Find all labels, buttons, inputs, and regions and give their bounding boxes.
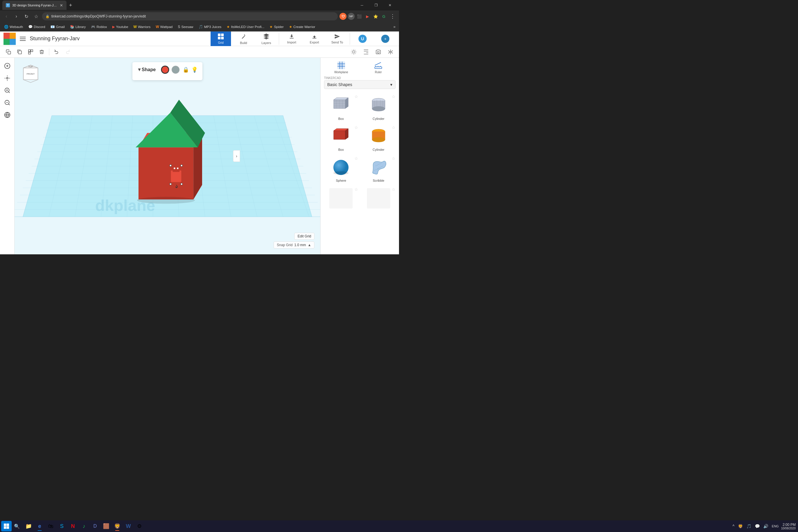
bookmark-spider[interactable]: ★ Spider: [267, 24, 286, 30]
brave-shields-icon[interactable]: 🛡: [340, 13, 346, 20]
logo-cell-red: [3, 33, 10, 39]
snap-grid-dropdown-icon[interactable]: ▲: [308, 243, 311, 247]
tinkercad-logo[interactable]: [3, 33, 16, 45]
shape-item-extra-2[interactable]: ☆: [361, 186, 396, 210]
orange-cylinder-star[interactable]: ☆: [392, 125, 396, 130]
spider-label: Spider: [274, 25, 284, 28]
ext-icon-2[interactable]: ⬛: [356, 13, 363, 20]
toolbar-separator-1: [49, 49, 49, 55]
wattpad-icon: W: [156, 25, 159, 29]
color-gray-button[interactable]: [171, 65, 180, 74]
camera-toolbar-button[interactable]: [373, 47, 383, 57]
bookmark-button[interactable]: ☆: [32, 12, 40, 20]
redo-toolbar-button[interactable]: [63, 47, 73, 57]
sphere-star[interactable]: ☆: [354, 156, 358, 161]
layers-view-button[interactable]: Layers: [256, 32, 277, 46]
bookmark-itsme[interactable]: ★ ItsMeLED User Profi...: [224, 24, 267, 30]
shape-item-sphere[interactable]: ☆ Sphere: [323, 155, 359, 184]
red-box-star[interactable]: ☆: [354, 125, 358, 130]
light-toggle-icon[interactable]: 💡: [191, 66, 198, 73]
bookmark-library[interactable]: 📚 Library: [68, 24, 88, 30]
forward-button[interactable]: ›: [12, 12, 20, 20]
zoom-in-button[interactable]: [2, 85, 13, 96]
mirror-toolbar-button[interactable]: [385, 47, 396, 57]
panel-collapse-button[interactable]: ›: [233, 150, 240, 162]
zoom-out-button[interactable]: [2, 97, 13, 108]
bookmarks-more-button[interactable]: »: [392, 24, 397, 30]
left-panel: [0, 58, 15, 254]
lock-icon[interactable]: 🔒: [183, 66, 189, 73]
bookmark-webauth[interactable]: 🌐 Webauth: [2, 24, 25, 30]
delete-toolbar-button[interactable]: [37, 47, 47, 57]
user-profile-button[interactable]: U: [352, 32, 373, 46]
shape-panel-dropdown-arrow[interactable]: ▼: [137, 67, 142, 72]
build-view-button[interactable]: Build: [233, 32, 254, 46]
viewport[interactable]: dkplane: [15, 58, 320, 254]
gray-box-star[interactable]: ☆: [354, 94, 358, 99]
shape-item-red-box[interactable]: ☆ Box: [323, 125, 359, 153]
library-label: Library: [76, 25, 86, 28]
new-tab-button[interactable]: +: [66, 1, 75, 10]
3d-view-button[interactable]: [2, 110, 13, 120]
browser-menu-button[interactable]: ⋮: [388, 12, 397, 20]
ext-icon-3[interactable]: ▶: [364, 13, 371, 20]
bookmark-roblox[interactable]: 🎮 Roblox: [89, 24, 109, 30]
bookmark-gmail[interactable]: 📧 Gmail: [48, 24, 67, 30]
back-button[interactable]: ‹: [2, 12, 11, 20]
bookmark-wattpad[interactable]: W Wattpad: [153, 24, 175, 30]
align-toolbar-button[interactable]: [361, 47, 371, 57]
send-to-button[interactable]: Send To: [327, 32, 347, 46]
app-header: Stunning Fyyran-Jarv Grid Build: [0, 32, 399, 46]
window-controls: ─ ❐ ✕: [355, 1, 397, 10]
shape-item-orange-cylinder[interactable]: ☆ Cylinder: [361, 125, 396, 153]
shape-item-gray-box[interactable]: ☆: [323, 94, 359, 122]
bookmark-warriors[interactable]: W Warriors: [131, 24, 153, 30]
clone-toolbar-button[interactable]: [26, 47, 36, 57]
ruler-tab[interactable]: Ruler: [360, 60, 397, 75]
undo-toolbar-button[interactable]: [52, 47, 61, 57]
minimize-button[interactable]: ─: [355, 1, 369, 10]
light-toolbar-button[interactable]: [349, 47, 359, 57]
export-button[interactable]: Export: [304, 32, 325, 46]
bookmark-seesaw[interactable]: S Seesaw: [176, 24, 196, 30]
address-bar[interactable]: 🔒 tinkercad.com/things/dkpDpoQWfFJ-stunn…: [42, 12, 338, 20]
close-button[interactable]: ✕: [383, 1, 397, 10]
add-user-button[interactable]: +: [375, 32, 396, 46]
shape-item-extra-1[interactable]: ☆: [323, 186, 359, 210]
refresh-button[interactable]: ↻: [22, 12, 30, 20]
gmail-label: Gmail: [56, 25, 65, 28]
shape-item-scribble[interactable]: ☆ Scribble: [361, 155, 396, 184]
browser-tab[interactable]: T 3D design Stunning Fyyran-Jarv | T... …: [2, 1, 66, 10]
category-dropdown[interactable]: Basic Shapes ▾: [324, 80, 396, 89]
grid-view-button[interactable]: Grid: [211, 32, 231, 46]
tab-close-button[interactable]: ✕: [60, 3, 63, 7]
camera-icon: [375, 49, 381, 55]
home-view-button[interactable]: [2, 61, 13, 71]
import-button[interactable]: Import: [282, 32, 302, 46]
edit-grid-button[interactable]: Edit Grid: [294, 233, 315, 240]
ext-icon-5[interactable]: G: [380, 13, 387, 20]
bookmark-youtube[interactable]: ▶ Youtube: [110, 24, 131, 30]
extra1-star[interactable]: ☆: [354, 187, 358, 192]
bookmark-mp3juices[interactable]: 🎵 MP3 Juices: [196, 24, 224, 30]
scribble-star[interactable]: ☆: [392, 156, 396, 161]
view-cube[interactable]: TOP FRONT: [19, 62, 42, 86]
webauth-icon: 🌐: [4, 25, 8, 29]
duplicate-toolbar-button[interactable]: [15, 47, 24, 57]
maximize-button[interactable]: ❐: [369, 1, 383, 10]
workplane-tab[interactable]: Workplane: [323, 60, 360, 75]
extra2-star[interactable]: ☆: [392, 187, 396, 192]
fit-view-button[interactable]: [2, 73, 13, 83]
bookmark-discord[interactable]: 💬 Discord: [26, 24, 48, 30]
send-to-label: Send To: [331, 40, 343, 44]
ext-np-icon[interactable]: NP: [348, 13, 355, 20]
copy-toolbar-button[interactable]: [3, 47, 14, 57]
gray-cylinder-star[interactable]: ☆: [392, 94, 396, 99]
bookmark-create-warrior[interactable]: ★ Create Warrior: [287, 24, 318, 30]
shape-item-gray-cylinder[interactable]: ☆: [361, 94, 396, 122]
ext-icon-4[interactable]: ⭐: [372, 13, 379, 20]
gray-box-label: Box: [338, 117, 344, 120]
wattpad-label: Wattpad: [160, 25, 172, 28]
hamburger-menu-button[interactable]: [19, 35, 27, 43]
color-red-button[interactable]: [161, 65, 169, 74]
